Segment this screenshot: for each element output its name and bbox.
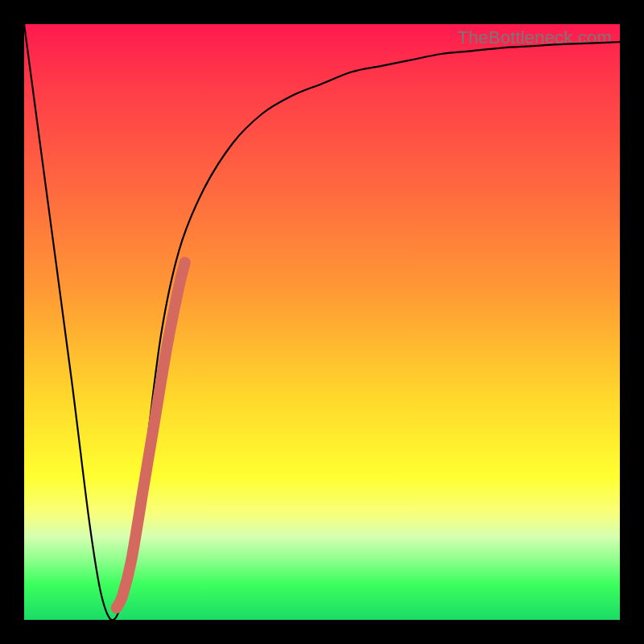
chart-svg (24, 24, 620, 620)
main-curve (24, 24, 620, 620)
plot-area: TheBottleneck.com (24, 24, 620, 620)
chart-frame: TheBottleneck.com (0, 0, 644, 644)
highlight-segment (117, 262, 185, 608)
